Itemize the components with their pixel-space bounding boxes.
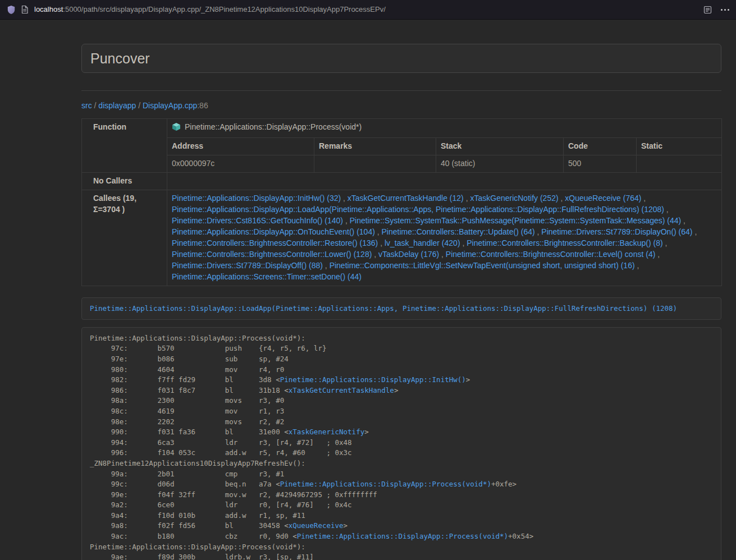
callees-list: Pinetime::Applications::DisplayApp::Init… <box>167 190 722 286</box>
code-line: 9a2: 6ce0 ldr r0, [r4, #76] ; 0x4c <box>90 500 713 511</box>
function-static <box>637 155 722 172</box>
callee-link[interactable]: Pinetime::Controllers::BrightnessControl… <box>172 250 372 259</box>
breadcrumb-link[interactable]: DisplayApp.cpp <box>143 101 197 110</box>
url-path: :5000/path/src/displayapp/DisplayApp.cpp… <box>63 5 386 13</box>
table-row-callees: Callees (19, Σ=3704 ) Pinetime::Applicat… <box>82 190 722 286</box>
code-line: 990: f031 fa36 bl 31e00 <xTaskGenericNot… <box>90 427 713 438</box>
symbol-link[interactable]: xTaskGetCurrentTaskHandle <box>289 386 394 394</box>
no-callers-label: No Callers <box>82 172 167 190</box>
callee-link[interactable]: xTaskGetCurrentTaskHandle (12) <box>348 194 464 203</box>
callee-separator: , <box>341 194 348 203</box>
callee-link[interactable]: Pinetime::Drivers::Cst816S::GetTouchInfo… <box>172 216 343 225</box>
code-line: 99a: 2b01 cmp r3, #1 <box>90 469 713 480</box>
main-content: Puncover src / displayapp / DisplayApp.c… <box>81 20 721 560</box>
callee-separator: , <box>343 216 350 225</box>
table-row-no-callers: No Callers <box>82 172 722 190</box>
function-address: 0x0000097c <box>167 155 314 172</box>
function-stack: 40 (static) <box>436 155 564 172</box>
code-line: Pinetime::Applications::DisplayApp::Proc… <box>90 542 713 553</box>
code-line: 982: f7ff fd29 bl 3d8 <Pinetime::Applica… <box>90 375 713 385</box>
code-line: 99e: f04f 32ff mov.w r2, #4294967295 ; 0… <box>90 490 713 501</box>
callee-link[interactable]: lv_task_handler (420) <box>385 238 460 247</box>
code-line: 996: f104 053c add.w r5, r4, #60 ; 0x3c <box>90 448 713 458</box>
table-row-function: Function Pinetime::Applications::Display… <box>82 118 722 137</box>
code-line: 9a4: f10d 010b add.w r1, sp, #11 <box>90 511 713 521</box>
function-table: Function Pinetime::Applications::Display… <box>81 118 722 286</box>
code-line: 986: f031 f8c7 bl 31b18 <xTaskGetCurrent… <box>90 385 713 396</box>
function-name: Pinetime::Applications::DisplayApp::Proc… <box>185 122 362 131</box>
callee-separator: , <box>635 261 639 270</box>
callee-separator: , <box>664 205 669 214</box>
app-title-box: Puncover <box>81 44 721 73</box>
callee-separator: , <box>559 194 565 203</box>
col-header-stack: Stack <box>436 137 564 155</box>
callee-link[interactable]: Pinetime::Applications::Screens::Timer::… <box>172 272 362 281</box>
no-callers-cell <box>167 172 722 190</box>
code-line: 97c: b570 push {r4, r5, r6, lr} <box>90 343 713 354</box>
callee-link[interactable]: Pinetime::Controllers::BrightnessControl… <box>172 238 378 247</box>
col-header-static: Static <box>637 137 722 155</box>
callee-link[interactable]: Pinetime::Applications::DisplayApp::Init… <box>172 194 341 203</box>
code-line: Pinetime::Applications::DisplayApp::Proc… <box>90 333 713 344</box>
col-header-address: Address <box>167 137 314 155</box>
callee-link[interactable]: Pinetime::Controllers::BrightnessControl… <box>467 238 662 247</box>
col-header-remarks: Remarks <box>314 137 436 155</box>
breadcrumb-link[interactable]: displayapp <box>98 101 136 110</box>
callee-link[interactable]: xQueueReceive (764) <box>565 194 641 203</box>
code-line: 994: 6ca3 ldr r3, [r4, #72] ; 0x48 <box>90 438 713 448</box>
callee-link[interactable]: Pinetime::Applications::DisplayApp::OnTo… <box>172 227 375 236</box>
callee-separator: , <box>375 227 382 236</box>
table-row-headers: Address Remarks Stack Code Static <box>82 137 722 155</box>
callee-separator: , <box>460 238 467 247</box>
callee-link[interactable]: Pinetime::System::SystemTask::PushMessag… <box>350 216 682 225</box>
code-line: 9a8: f02f fd56 bl 30458 <xQueueReceive> <box>90 521 713 531</box>
page-title: Puncover <box>90 51 712 66</box>
callee-link[interactable]: Pinetime::Components::LittleVgl::SetNewT… <box>330 261 635 270</box>
callee-separator: , <box>378 238 385 247</box>
callee-separator: , <box>439 250 446 259</box>
divider <box>81 90 721 91</box>
symbol-link[interactable]: xQueueReceive <box>289 521 344 530</box>
symbol-link[interactable]: Pinetime::Applications::DisplayApp::Proc… <box>280 480 491 488</box>
col-header-code: Code <box>564 137 637 155</box>
breadcrumb-separator: / <box>92 101 99 110</box>
selected-symbol-link[interactable]: Pinetime::Applications::DisplayApp::Load… <box>90 304 677 313</box>
menu-more-icon[interactable] <box>721 9 729 11</box>
callee-separator: , <box>655 250 660 259</box>
callee-link[interactable]: xTaskGenericNotify (252) <box>470 194 558 203</box>
reader-view-icon[interactable] <box>703 3 712 16</box>
callee-link[interactable]: Pinetime::Drivers::St7789::DisplayOn() (… <box>541 227 692 236</box>
callee-link[interactable]: vTaskDelay (176) <box>378 250 439 259</box>
symbol-link[interactable]: Pinetime::Applications::DisplayApp::Init… <box>280 375 466 384</box>
breadcrumb-line-number: :86 <box>197 101 208 110</box>
callees-label: Callees (19, Σ=3704 ) <box>82 190 167 286</box>
code-line: 980: 4604 mov r4, r0 <box>90 365 713 375</box>
tracking-protection-shield-icon[interactable] <box>7 3 16 16</box>
callee-link[interactable]: Pinetime::Controllers::Battery::Update()… <box>382 227 535 236</box>
callee-separator: , <box>464 194 470 203</box>
url-host: localhost <box>34 5 63 13</box>
table-row-values: 0x0000097c 40 (static) 500 <box>82 155 722 172</box>
code-line: 97e: b086 sub sp, #24 <box>90 354 713 365</box>
disassembly-block: Pinetime::Applications::DisplayApp::Proc… <box>81 327 721 560</box>
function-code-size: 500 <box>564 155 637 172</box>
browser-toolbar: localhost:5000/path/src/displayapp/Displ… <box>0 0 736 20</box>
code-line: 9ae: f89d 300b ldrb.w r3, [sp, #11] <box>90 552 713 560</box>
callee-link[interactable]: Pinetime::Applications::DisplayApp::Load… <box>172 205 664 214</box>
page-info-icon[interactable] <box>21 3 29 16</box>
code-line: 98c: 4619 mov r1, r3 <box>90 406 713 417</box>
callee-separator: , <box>641 194 646 203</box>
callee-link[interactable]: Pinetime::Drivers::St7789::DisplayOff() … <box>172 261 323 270</box>
function-remarks <box>314 155 436 172</box>
symbol-link[interactable]: xTaskGenericNotify <box>289 428 364 436</box>
breadcrumb-link[interactable]: src <box>81 101 92 110</box>
breadcrumb: src / displayapp / DisplayApp.cpp:86 <box>81 100 721 112</box>
callee-separator: , <box>372 250 378 259</box>
url-bar[interactable]: localhost:5000/path/src/displayapp/Displ… <box>34 4 696 15</box>
callee-separator: , <box>693 227 697 236</box>
code-line: 9ac: b180 cbz r0, 9d0 <Pinetime::Applica… <box>90 531 713 542</box>
symbol-link[interactable]: Pinetime::Applications::DisplayApp::Proc… <box>297 532 508 540</box>
highlight-panel: Pinetime::Applications::DisplayApp::Load… <box>81 297 721 320</box>
callee-link[interactable]: Pinetime::Controllers::BrightnessControl… <box>446 250 655 259</box>
callee-separator: , <box>663 238 668 247</box>
